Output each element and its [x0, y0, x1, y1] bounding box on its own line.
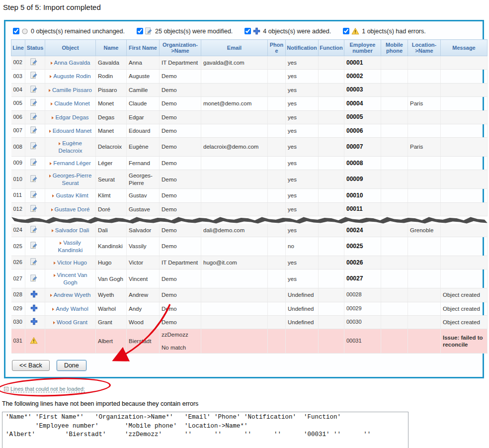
column-header-function[interactable]: Function: [319, 40, 344, 56]
summary-unchanged-label: 0 objects(s) remained unchanged.: [31, 28, 125, 35]
column-header-location-name[interactable]: Location->Name: [408, 40, 441, 56]
table-row: 003Auguste RodinRodinAugusteDemoyes00002: [11, 70, 488, 83]
object-link[interactable]: Georges-Pierre Seurat: [53, 173, 92, 185]
status-cell: [25, 329, 45, 354]
link-bullet-icon: [50, 162, 52, 165]
object-cell: Auguste Rodin: [45, 70, 96, 83]
employee-number-cell: 00005: [344, 110, 381, 124]
object-link[interactable]: Vincent Van Gogh: [57, 272, 87, 285]
employee-number-cell: 00027: [344, 269, 381, 288]
object-link[interactable]: Gustav Klimt: [56, 192, 88, 198]
object-link[interactable]: Andy Warhol: [56, 306, 88, 312]
errors-checkbox[interactable]: [343, 28, 349, 34]
first-name-cell: Camille: [127, 83, 160, 96]
added-checkbox[interactable]: [244, 28, 251, 34]
summary-modified: 25 objects(s) were modified.: [137, 27, 233, 35]
location-cell: [408, 170, 441, 189]
column-header-employee-number[interactable]: Employee number: [344, 40, 381, 56]
column-header-status[interactable]: Status: [25, 40, 45, 56]
function-cell: [319, 189, 344, 202]
modified-checkbox[interactable]: [137, 28, 143, 34]
notification-cell: [286, 329, 319, 354]
collapse-toggle-icon[interactable]: [4, 387, 8, 391]
column-header-line[interactable]: Line: [11, 40, 25, 56]
phone-cell: [268, 315, 286, 329]
line-cell: 027: [11, 269, 25, 288]
status-cell: [25, 110, 45, 124]
mobile-phone-cell: [381, 329, 408, 354]
employee-number-cell: 00030: [344, 315, 381, 329]
first-name-cell: Georges-Pierre: [127, 170, 160, 189]
organization-cell: Demo: [160, 97, 201, 110]
name-cell: Dali: [96, 224, 127, 237]
pencil-icon: [30, 205, 38, 212]
notification-cell: yes: [286, 170, 319, 189]
unchanged-icon: [21, 28, 28, 35]
first-name-cell: Fernand: [127, 157, 160, 170]
object-link[interactable]: Victor Hugo: [57, 260, 87, 266]
column-header-message[interactable]: Message: [441, 40, 488, 56]
table-row: 027Vincent Van GoghVan GoghVincentDemoye…: [11, 269, 488, 288]
column-header-object[interactable]: Object: [45, 40, 96, 56]
column-header-organization-name[interactable]: Organization->Name: [160, 40, 201, 56]
object-link[interactable]: Camille Pissaro: [52, 87, 92, 93]
object-link[interactable]: Salvador Dali: [55, 227, 89, 233]
link-bullet-icon: [52, 116, 54, 119]
column-header-phone[interactable]: Phone: [268, 40, 286, 56]
message-cell: [441, 83, 488, 96]
object-link[interactable]: Andrew Wyeth: [54, 292, 91, 298]
object-link[interactable]: Claude Monet: [54, 100, 90, 106]
employee-number-cell: 00028: [344, 288, 381, 302]
phone-cell: [268, 256, 286, 269]
column-header-mobile-phone[interactable]: Mobile phone: [381, 40, 408, 56]
mobile-phone-cell: [381, 237, 408, 256]
function-cell: [319, 110, 344, 124]
column-header-first-name[interactable]: First Name: [127, 40, 160, 56]
object-link[interactable]: Eugène Delacroix: [59, 140, 82, 153]
link-bullet-icon: [53, 321, 55, 324]
tear-divider-row: [11, 216, 488, 224]
email-cell: [201, 83, 268, 96]
column-header-notification[interactable]: Notification: [286, 40, 319, 56]
line-cell: 009: [11, 157, 25, 170]
object-link[interactable]: Edgar Degas: [55, 114, 88, 120]
message-cell: [441, 138, 488, 157]
object-link[interactable]: Gustave Doré: [55, 206, 90, 212]
done-button[interactable]: Done: [57, 360, 86, 371]
summary-errors-label: 1 objects(s) had errors.: [362, 28, 426, 35]
location-cell: [408, 288, 441, 302]
line-cell: 011: [11, 189, 25, 202]
column-header-email[interactable]: Email: [201, 40, 268, 56]
summary-unchanged: 0 objects(s) remained unchanged.: [13, 28, 125, 35]
organization-cell: Demo: [160, 83, 201, 96]
back-button[interactable]: << Back: [12, 360, 50, 371]
employee-number-cell: 00011: [344, 202, 381, 216]
object-cell: Camille Pissaro: [45, 83, 96, 96]
lines-not-loaded-link[interactable]: Lines that could not be loaded:: [10, 386, 85, 392]
first-name-cell: Bierstadt: [127, 329, 160, 354]
raw-lines-textarea[interactable]: 'Name*' 'First Name*' 'Organization->Nam…: [2, 412, 408, 448]
object-link[interactable]: Wood Grant: [57, 319, 87, 325]
employee-number-cell: 00001: [344, 56, 381, 70]
email-cell: gavalda@it.com: [201, 56, 268, 70]
line-cell: 010: [11, 170, 25, 189]
first-name-cell: Wood: [127, 315, 160, 329]
object-link[interactable]: Edouard Manet: [53, 128, 92, 134]
organization-cell: IT Department: [160, 256, 201, 269]
name-cell: Gavalda: [96, 56, 127, 70]
column-header-name[interactable]: Name: [96, 40, 127, 56]
line-cell: 007: [11, 124, 25, 137]
notification-cell: no: [286, 237, 319, 256]
object-link[interactable]: Anna Gavalda: [54, 60, 90, 66]
table-row: 031AlbertBierstadtzzDemozzNo match00031I…: [11, 329, 488, 354]
object-link[interactable]: Auguste Rodin: [53, 73, 90, 79]
status-cell: [25, 269, 45, 288]
organization-cell: Demo: [160, 110, 201, 124]
object-link[interactable]: Fernand Léger: [53, 160, 90, 166]
organization-cell: IT Department: [160, 56, 201, 70]
message-cell: [441, 202, 488, 216]
unchanged-checkbox[interactable]: [13, 28, 19, 34]
line-cell: 008: [11, 138, 25, 157]
notification-cell: Undefined: [286, 315, 319, 329]
mobile-phone-cell: [381, 138, 408, 157]
